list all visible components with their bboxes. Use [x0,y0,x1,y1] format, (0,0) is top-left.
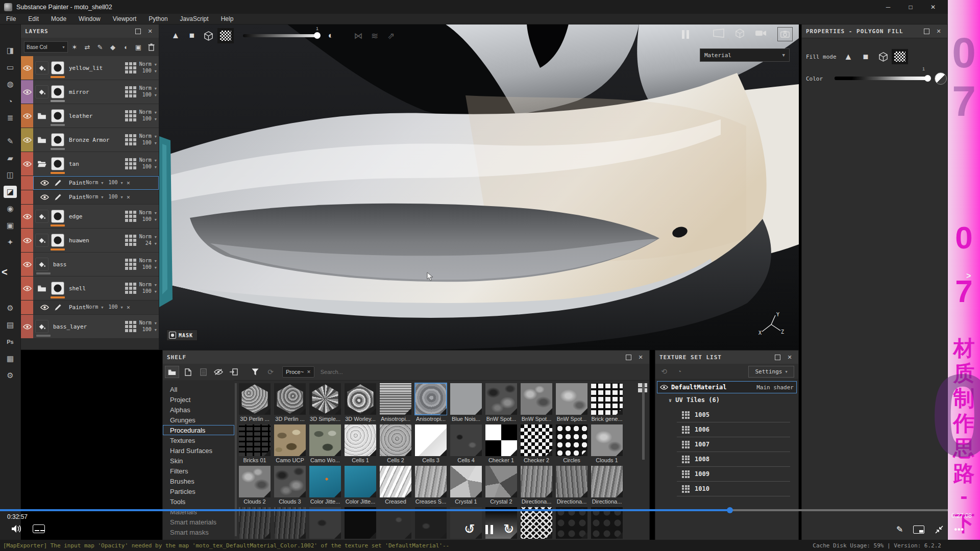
texture-thumbnail[interactable] [380,424,411,456]
undock-icon[interactable] [922,27,931,35]
letter-view-icon[interactable] [197,366,210,378]
pause-button[interactable] [485,525,493,534]
eye-icon[interactable] [23,286,32,291]
delete-sublayer-icon[interactable]: ✕ [127,305,131,310]
quad-mode-icon[interactable]: ■ [185,29,199,43]
blend-mode-dropdown[interactable]: Norm ▼ [139,133,157,140]
layer-row-leather[interactable]: leatherNorm ▼100 ▼ [21,104,159,128]
texture-thumbnail[interactable] [380,383,411,415]
category-all[interactable]: All [163,384,234,394]
uv-tile-row[interactable]: 1008 [677,452,790,467]
blend-mode-dropdown[interactable]: Norm ▼ [86,194,103,201]
close-icon[interactable]: ✕ [934,27,943,35]
lazy-mouse-icon[interactable]: ⇗ [384,29,398,43]
camera-mode-icon[interactable]: ▾ [755,29,767,39]
delete-layer-icon[interactable] [145,42,157,52]
menu-javascript[interactable]: JavaScript [174,14,215,24]
layer-row-content[interactable]: Bronze ArmorNorm ▼100 ▼ [33,128,159,152]
category-smart-masks[interactable]: Smart masks [163,527,234,537]
import-resources-icon[interactable] [227,366,240,378]
skip-back-button[interactable]: ↺10 [462,521,477,537]
skip-forward-button[interactable]: ↻30 [501,521,517,537]
blend-mode-dropdown[interactable]: Norm ▼ [139,85,157,92]
texture-thumbnail[interactable] [485,383,517,415]
eye-icon[interactable] [40,194,49,200]
menu-viewport[interactable]: Viewport [107,14,142,24]
blend-mode-dropdown[interactable]: Norm ▼ [139,282,157,288]
opacity-dropdown[interactable]: 100 ▼ [108,194,122,201]
blend-mode-dropdown[interactable]: Norm ▼ [139,258,157,264]
texture-thumbnail[interactable] [485,466,517,497]
close-button[interactable]: ✕ [922,0,944,14]
menu-window[interactable]: Window [72,14,107,24]
layer-row-paint[interactable]: PaintNorm ▼100 ▼✕ [21,300,159,315]
exit-fullscreen-icon[interactable] [935,525,944,534]
filter-funnel-icon[interactable] [249,366,262,378]
layer-row-mirror[interactable]: mirrorNorm ▼100 ▼ [21,80,159,104]
blend-mode-dropdown[interactable]: Norm ▼ [139,234,157,240]
paint-sublayer[interactable]: PaintNorm ▼100 ▼✕ [33,301,159,314]
texture-item[interactable]: Cells 4 [450,424,482,463]
category-alphas[interactable]: Alphas [163,405,234,415]
undock-icon[interactable] [133,27,142,35]
texture-item[interactable]: Clouds 3 [274,466,306,505]
texture-thumbnail[interactable] [309,424,341,456]
triangle-mode-icon[interactable]: ▲ [168,29,183,43]
layer-row-content[interactable]: mirrorNorm ▼100 ▼ [33,80,159,104]
texture-thumbnail[interactable] [591,507,623,539]
texture-thumbnail[interactable] [591,466,623,497]
layer-mask-thumbnail[interactable] [51,109,64,122]
menu-python[interactable]: Python [142,14,174,24]
texture-thumbnail[interactable] [239,507,271,539]
texture-thumbnail[interactable] [239,424,271,456]
blend-mode-dropdown[interactable]: Norm ▼ [139,210,157,216]
texture-thumbnail[interactable] [239,466,271,497]
edit-notes-icon[interactable]: ✎ [896,524,903,534]
blend-mode-dropdown[interactable]: Norm ▼ [139,320,157,327]
opacity-dropdown[interactable]: 100 ▼ [142,68,157,74]
opacity-dropdown[interactable]: 100 ▼ [142,264,157,271]
viewport-3d[interactable]: ▲ ■ 1 ◐ ⋈ ≋ ⇗ ▾ ▾ ▾ Materi [159,24,799,350]
texture-thumbnail[interactable] [309,466,341,497]
channel-filter-dropdown[interactable]: Base Col▼ [24,41,68,53]
menu-help[interactable]: Help [215,14,240,24]
symmetry-settings-icon[interactable]: ≋ [368,29,382,43]
paint-sublayer[interactable]: PaintNorm ▼100 ▼✕ [33,191,159,204]
color-value-slider[interactable] [835,77,929,80]
delete-sublayer-icon[interactable]: ✕ [127,195,131,200]
texture-thumbnail[interactable] [591,424,623,456]
texture-item[interactable]: Directiona... [555,466,588,505]
add-smart-material-icon[interactable]: ◖ [119,42,132,52]
texture-thumbnail[interactable] [380,466,411,497]
texture-item[interactable]: Cells 3 [414,424,447,463]
dock-icon[interactable]: ◨ [4,44,17,57]
layer-row-paint[interactable]: PaintNorm ▼100 ▼✕ [21,176,159,190]
screenshot-icon[interactable] [777,27,793,41]
layer-mask-thumbnail[interactable] [51,157,64,170]
texture-thumbnail[interactable] [274,424,306,456]
layer-mask-thumbnail[interactable] [51,210,64,223]
texture-thumbnail[interactable] [345,466,376,497]
texture-item[interactable]: Clouds 2 [238,466,271,505]
eye-icon[interactable] [23,238,32,243]
opacity-dropdown[interactable]: 100 ▼ [142,92,157,98]
category-filters[interactable]: Filters [163,466,234,476]
texture-item[interactable]: Brick gene... [591,383,623,422]
refresh-icon[interactable]: ⟳ [264,366,277,378]
texture-set-row[interactable]: DefaultMaterial Main shader [657,381,797,393]
material-view-dropdown[interactable]: Material▼ [700,48,790,62]
projection-icon[interactable]: ◫ [4,169,17,181]
pages-icon[interactable]: ▦ [4,353,17,365]
eye-icon[interactable] [40,180,49,186]
eraser-icon[interactable]: ▰ [4,152,17,164]
polygon-fill-icon[interactable]: ◪ [4,186,17,198]
texture-item[interactable]: Cells 2 [379,424,412,463]
assets-icon[interactable]: ▤ [4,319,17,331]
texture-item[interactable]: BnW Spot... [485,383,518,422]
opacity-dropdown[interactable]: 100 ▼ [142,116,157,122]
texture-thumbnail[interactable] [345,507,376,539]
layer-row-content[interactable]: bassNorm ▼100 ▼ [33,253,159,276]
uv-tiles-header[interactable]: ∨ UV Tiles (6) [669,396,720,404]
opacity-dropdown[interactable]: 24 ▼ [145,240,157,247]
eye-icon[interactable] [23,262,32,267]
